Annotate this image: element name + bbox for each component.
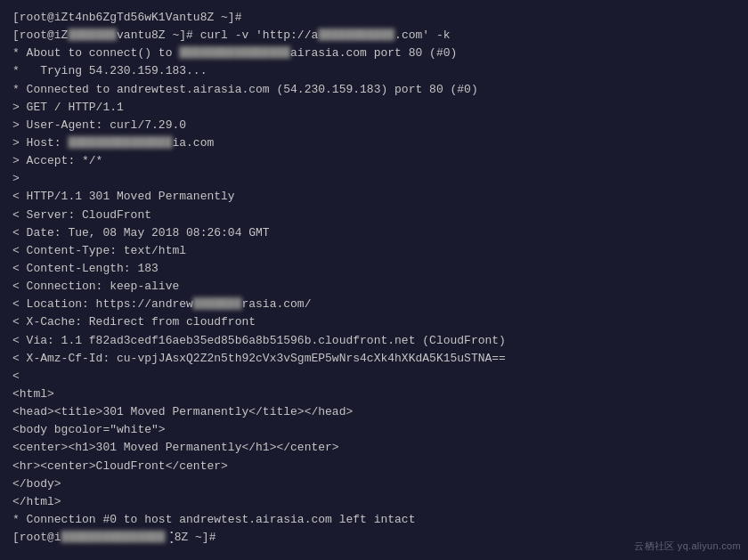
- watermark: 云栖社区 yq.aliyun.com: [634, 540, 741, 553]
- terminal-line: [root@i███████████████⢈8Z ~]#: [12, 529, 736, 547]
- terminal-line: < X-Cache: Redirect from cloudfront: [12, 313, 736, 331]
- terminal-line: > User-Agent: curl/7.29.0: [12, 117, 736, 134]
- terminal-window: [root@iZt4nb6ZgTd56wK1Vantu8Z ~]#[root@i…: [0, 0, 748, 560]
- terminal-line: [root@iZt4nb6ZgTd56wK1Vantu8Z ~]#: [12, 9, 736, 27]
- terminal-line: < Via: 1.1 f82ad3cedf16aeb35ed85b6a8b515…: [12, 332, 736, 350]
- terminal-line: </body>: [12, 475, 736, 493]
- terminal-line: >: [12, 170, 736, 188]
- terminal-line: <head><title>301 Moved Permanently</titl…: [12, 403, 736, 421]
- terminal-line: < Location: https://andrew███████rasia.c…: [12, 296, 736, 313]
- terminal-line: < Date: Tue, 08 May 2018 08:26:04 GMT: [12, 224, 736, 242]
- terminal-line: < Connection: keep-alive: [12, 278, 736, 296]
- terminal-line: > Host: ███████████████ia.com: [12, 134, 736, 152]
- terminal-content: [root@iZt4nb6ZgTd56wK1Vantu8Z ~]#[root@i…: [12, 9, 736, 547]
- terminal-line: </html>: [12, 493, 736, 511]
- terminal-line: < X-Amz-Cf-Id: cu-vpjJAsxQ2Z2n5th92cVx3v…: [12, 350, 736, 368]
- terminal-line: * Connection #0 to host andrewtest.airas…: [12, 511, 736, 529]
- terminal-line: [root@iZ███████vantu8Z ~]# curl -v 'http…: [12, 27, 736, 45]
- terminal-line: * About to connect() to ████████████████…: [12, 45, 736, 62]
- terminal-line: <center><h1>301 Moved Permanently</h1></…: [12, 439, 736, 457]
- terminal-line: < Content-Type: text/html: [12, 242, 736, 260]
- terminal-line: > Accept: */*: [12, 152, 736, 170]
- terminal-line: * Connected to andrewtest.airasia.com (5…: [12, 81, 736, 99]
- terminal-line: <hr><center>CloudFront</center>: [12, 458, 736, 475]
- terminal-line: < Server: CloudFront: [12, 207, 736, 224]
- terminal-line: < Content-Length: 183: [12, 260, 736, 278]
- terminal-line: > GET / HTTP/1.1: [12, 99, 736, 117]
- terminal-line: * Trying 54.230.159.183...: [12, 62, 736, 80]
- terminal-line: <html>: [12, 386, 736, 403]
- terminal-line: <: [12, 368, 736, 386]
- terminal-line: <body bgcolor="white">: [12, 421, 736, 439]
- terminal-line: < HTTP/1.1 301 Moved Permanently: [12, 188, 736, 206]
